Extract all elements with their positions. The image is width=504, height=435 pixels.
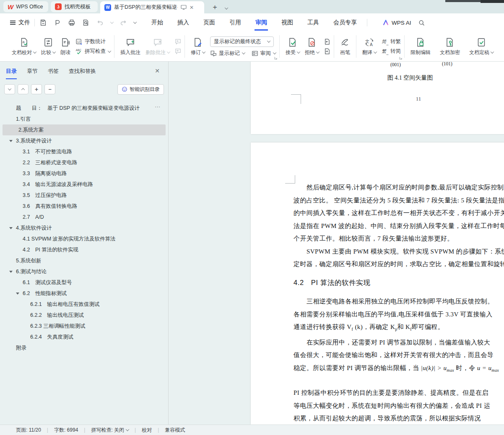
panel-tab-目录[interactable]: 目录 bbox=[6, 67, 17, 79]
translate-dialog-launcher-icon[interactable] bbox=[399, 56, 403, 60]
document-page-11[interactable]: (001) (101) 图 4.1 空间矢量图 11 bbox=[251, 62, 504, 134]
restrict-editing-button[interactable]: 限制编辑 bbox=[408, 36, 433, 58]
reject-button[interactable]: 拒绝 bbox=[302, 36, 322, 58]
toc-item[interactable]: 4.2 PI 算法的软件实现 bbox=[0, 244, 168, 255]
toc-item[interactable]: 题 目： 基于 DSP 的三相变频变幅逆变电源设计... bbox=[0, 103, 168, 114]
collapse-caret-icon[interactable] bbox=[16, 293, 19, 295]
toc-item[interactable]: 6.2.1 输出相电压有效值测试 bbox=[0, 299, 168, 310]
vector-label-001: (001) bbox=[390, 62, 401, 67]
save-icon[interactable] bbox=[39, 18, 47, 27]
review-panel-button[interactable]: 审阅 bbox=[252, 50, 276, 57]
next-change-icon[interactable] bbox=[323, 48, 330, 54]
simplified-to-traditional-button[interactable]: 简→ 转繁 bbox=[382, 38, 401, 45]
file-menu-button[interactable]: 文件 bbox=[10, 19, 30, 26]
word-count-button[interactable]: 12 字数统计 bbox=[75, 38, 111, 45]
tab-wps-office[interactable]: W WPS Office bbox=[3, 1, 48, 12]
proofread-button[interactable]: 校对 bbox=[142, 427, 152, 434]
previous-comment-icon[interactable] bbox=[174, 39, 181, 45]
toc-item-more-icon[interactable]: ... bbox=[155, 103, 161, 109]
expand-all-button[interactable]: ＋ bbox=[31, 84, 42, 94]
collapse-caret-icon[interactable] bbox=[9, 227, 13, 229]
toc-item[interactable]: 3.5 过压保护电路 bbox=[0, 190, 168, 201]
finalize-document-button[interactable]: 文档定稿 bbox=[467, 36, 496, 58]
read-aloud-button[interactable]: 朗读 bbox=[58, 36, 73, 58]
tab-list-chevron-icon[interactable] bbox=[225, 4, 228, 11]
toc-item[interactable]: 3.3 隔离驱动电路 bbox=[0, 168, 168, 179]
toc-item[interactable]: 6.2 性能指标测试 bbox=[0, 288, 168, 299]
status-bar: 页面: 11/20 | 字数: 6994 | 拼写检查: 关闭 | 校对 | 兼… bbox=[0, 425, 504, 435]
panel-tab-书签[interactable]: 书签 bbox=[48, 67, 59, 79]
tab-document-active[interactable]: W 基于DSP的三相变频变幅逆变电 ✕ bbox=[100, 1, 204, 13]
accept-button[interactable]: 接受 bbox=[283, 36, 302, 58]
toc-item[interactable]: 6.测试与结论 bbox=[0, 266, 168, 277]
track-changes-button[interactable]: 修订 bbox=[188, 36, 208, 58]
menu-tab-工具[interactable]: 工具 bbox=[307, 15, 320, 31]
toc-item[interactable]: 附录 bbox=[0, 342, 168, 353]
toc-item[interactable]: 3.4 输出无源滤波及采样电路 bbox=[0, 179, 168, 190]
toc-item[interactable]: 6.2.3 三相调幅性能测试 bbox=[0, 321, 168, 331]
document-page-12[interactable]: 然后确定扇区号,计算每个扇区对应的时间参数,最后可以确定实际控制所需波的占空比。… bbox=[251, 142, 504, 425]
undo-chevron-icon[interactable] bbox=[110, 20, 114, 23]
toc-item[interactable]: 3.6 真有效值转换电路 bbox=[0, 201, 168, 212]
toc-item[interactable]: 3.1 不可控整流电路 bbox=[0, 146, 168, 157]
search-icon[interactable] bbox=[418, 19, 425, 26]
undo-icon[interactable] bbox=[96, 18, 104, 27]
next-comment-icon[interactable] bbox=[174, 48, 181, 54]
panel-tab-查找和替换[interactable]: 查找和替换 bbox=[69, 67, 96, 79]
menu-tab-页面[interactable]: 页面 bbox=[203, 15, 216, 31]
tab-docer-templates[interactable]: ʖ 找稻壳模板 bbox=[51, 1, 98, 12]
menu-tab-引用[interactable]: 引用 bbox=[229, 15, 242, 31]
collapse-up-button[interactable] bbox=[18, 84, 29, 94]
toc-item[interactable]: 2.系统方案 bbox=[3, 124, 166, 135]
menu-tab-会员专享[interactable]: 会员专享 bbox=[333, 15, 358, 31]
translate-button[interactable]: 文A 翻译 bbox=[360, 36, 379, 58]
collapse-caret-icon[interactable] bbox=[9, 271, 13, 273]
toc-item[interactable]: 1.引言 bbox=[0, 114, 168, 124]
toc-item-label: 6.2 性能指标测试 bbox=[23, 290, 67, 297]
menu-tab-开始[interactable]: 开始 bbox=[151, 15, 164, 31]
svg-text:12: 12 bbox=[77, 40, 81, 43]
encrypt-document-button[interactable]: 文档加密 bbox=[437, 36, 462, 58]
toc-item-label: 6.测试与结论 bbox=[16, 268, 47, 275]
compatibility-mode-badge[interactable]: 兼容模式 bbox=[165, 427, 185, 434]
toc-item[interactable]: 6.2.2 输出线电压测试 bbox=[0, 310, 168, 321]
menu-tab-插入[interactable]: 插入 bbox=[177, 15, 190, 31]
toc-item[interactable]: 4.1 SVPWM 波形的实现方法及软件算法 bbox=[0, 233, 168, 244]
toc-item[interactable]: 4.系统软件设计 bbox=[0, 223, 168, 233]
spell-check-button[interactable]: ABC 拼写检查 bbox=[75, 48, 111, 55]
previous-change-icon[interactable] bbox=[323, 39, 330, 45]
delete-comment-button[interactable]: 删除批注 bbox=[143, 36, 172, 58]
close-panel-icon[interactable]: ✕ bbox=[155, 67, 160, 74]
markup-state-select[interactable]: 显示标记的最终状态 bbox=[210, 36, 274, 47]
toc-item[interactable]: 2.2 三相桥式逆变电路 bbox=[0, 157, 168, 168]
toc-item[interactable]: 3.系统硬件设计 bbox=[0, 135, 168, 146]
toc-item[interactable]: 6.1 测试仪器及型号 bbox=[0, 277, 168, 288]
new-tab-button[interactable]: ＋ bbox=[211, 2, 218, 12]
export-pdf-icon[interactable] bbox=[53, 18, 62, 27]
menu-tab-视图[interactable]: 视图 bbox=[281, 15, 294, 31]
panel-tab-章节[interactable]: 章节 bbox=[27, 67, 38, 79]
toc-item[interactable]: 5.系统创新 bbox=[0, 255, 168, 266]
close-tab-icon[interactable]: ✕ bbox=[190, 5, 194, 10]
toc-item[interactable]: 2.7 A/D bbox=[0, 212, 168, 223]
insert-comment-button[interactable]: 插入批注 bbox=[118, 36, 143, 58]
wps-ai-button[interactable]: WPS AI bbox=[382, 19, 411, 26]
compare-button[interactable]: 比较 bbox=[39, 36, 58, 58]
ink-brush-button[interactable]: 画笔 bbox=[338, 36, 353, 58]
doc-proof-button[interactable]: a 文档校对 bbox=[9, 36, 39, 58]
menu-tab-审阅[interactable]: 审阅 bbox=[255, 15, 268, 31]
redo-icon[interactable] bbox=[119, 18, 127, 27]
print-preview-icon[interactable] bbox=[82, 18, 90, 27]
collapse-caret-icon[interactable] bbox=[9, 140, 13, 142]
toc-item[interactable]: 6.2.4 失真度测试 bbox=[0, 331, 168, 342]
collapse-down-button[interactable] bbox=[4, 84, 15, 94]
print-icon[interactable] bbox=[68, 18, 76, 27]
traditional-to-simplified-button[interactable]: 繁→ 转简 bbox=[382, 48, 401, 55]
cast-screen-icon[interactable] bbox=[181, 5, 187, 10]
toolbar-chevron-icon[interactable] bbox=[133, 20, 137, 23]
smart-toc-button[interactable]: 智能识别目录 bbox=[117, 84, 164, 95]
markup-dialog-launcher-icon[interactable] bbox=[274, 56, 278, 60]
spell-check-status[interactable]: 拼写检查: 关闭 bbox=[91, 427, 129, 434]
show-markup-button[interactable]: 显示标记 bbox=[210, 50, 245, 57]
collapse-all-button[interactable]: － bbox=[44, 84, 55, 94]
